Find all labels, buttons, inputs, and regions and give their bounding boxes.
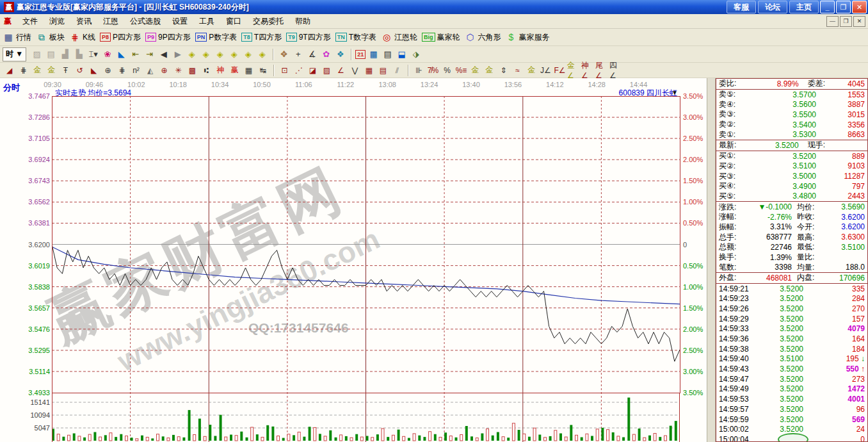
tool-jangle-icon[interactable]: J∠ [539, 64, 552, 77]
color-chart-icon[interactable]: ◣ [115, 48, 128, 61]
period-mode-button[interactable]: 时 ▼ [3, 47, 26, 61]
tool-goldc2-icon[interactable]: 金 [483, 64, 496, 77]
mdi-close-button[interactable]: ✕ [853, 16, 865, 27]
hexagon-button[interactable]: ⬡六角形 [465, 31, 501, 43]
intraday-chart[interactable]: 分时 实时走势 均价=3.5694 600839 四川长虹 ▼ 赢家财富网 ww… [0, 78, 707, 442]
tool-box-icon[interactable]: ⊡ [278, 64, 291, 77]
tool-pct-icon[interactable]: % [440, 64, 454, 77]
sell-level-row[interactable]: 卖④:3.56003887 [716, 99, 867, 110]
sell-level-row[interactable]: 卖①:3.53008663 [716, 129, 867, 140]
menu-窗口[interactable]: 窗口 [220, 15, 247, 28]
chart-panel-splitter[interactable] [707, 78, 716, 442]
tool-star-icon[interactable]: ✳ [172, 64, 185, 77]
tool-spiral-icon[interactable]: ↺ [73, 64, 86, 77]
gann-knot-icon[interactable]: ❀ [100, 48, 114, 61]
tool-circle-icon[interactable]: ⊕ [101, 64, 115, 77]
tool-pct7-icon[interactable]: 7̸% [426, 64, 440, 77]
buy-level-row[interactable]: 买⑤:3.48002443 [716, 192, 867, 202]
gann-diamond-6-icon[interactable]: ◈ [255, 48, 269, 61]
crosshair-icon[interactable]: + [291, 48, 305, 61]
titlebar-button-1[interactable]: 论坛 [758, 1, 787, 13]
gann-diamond-2-icon[interactable]: ◈ [199, 48, 213, 61]
tick-row[interactable]: 14:59:36 3.5200 164 [716, 334, 867, 344]
tool-gold1-icon[interactable]: 金 [31, 64, 44, 77]
tick-row[interactable]: 14:59:49 3.5200 1472 [716, 384, 867, 395]
calendar-icon[interactable]: 21 [355, 50, 366, 59]
export-icon[interactable]: ⬗ [409, 48, 422, 61]
bars9-icon[interactable]: ▙ [72, 48, 86, 61]
tool-goldc3-icon[interactable]: 金 [525, 64, 538, 77]
tick-row[interactable]: 14:59:38 3.5200 184 [716, 344, 867, 354]
minimize-button[interactable]: _ [820, 1, 835, 13]
list-view-icon[interactable]: ▤ [44, 48, 58, 61]
tool-levels-icon[interactable]: ⊪ [412, 64, 426, 77]
tool-sangle-icon[interactable]: 神∠ [581, 64, 595, 77]
tool-fan-icon[interactable]: ⋰ [292, 64, 305, 77]
gann-flower-icon[interactable]: ✿ [319, 48, 333, 61]
gann-wheel-button[interactable]: ◎江恩轮 [381, 31, 417, 43]
zoom-box-icon[interactable]: ▨ [30, 48, 44, 61]
tool-gangle-icon[interactable]: 金∠ [567, 64, 581, 77]
tool-updown-icon[interactable]: ⇕ [497, 64, 510, 77]
tool-fibo-icon[interactable]: Ŧ [59, 64, 72, 77]
menu-交易委托[interactable]: 交易委托 [247, 15, 289, 28]
brain-map-icon[interactable]: ❖ [334, 48, 347, 61]
prev-icon[interactable]: ◀ [157, 48, 170, 61]
first-page-icon[interactable]: ⇤ [129, 48, 142, 61]
menu-设置[interactable]: 设置 [166, 15, 193, 28]
tool-pen-icon[interactable]: ◢ [3, 64, 16, 77]
mdi-restore-button[interactable]: ❐ [840, 16, 852, 27]
tool-angle-icon[interactable]: ◭ [143, 64, 157, 77]
tool-table-icon[interactable]: ▦ [242, 64, 255, 77]
tool-target-icon[interactable]: ⊕ [157, 64, 171, 77]
buy-level-row[interactable]: 买④:3.4900797 [716, 181, 867, 192]
winner-wheel-button[interactable]: Big赢家轮 [422, 32, 460, 43]
buy-level-row[interactable]: 买②:3.51009103 [716, 161, 867, 172]
close-button[interactable]: ✕ [852, 1, 867, 13]
p-square-button[interactable]: P8P四方形 [100, 32, 141, 43]
pan-hand-icon[interactable]: ✥ [277, 48, 291, 61]
buy-level-row[interactable]: 买③:3.500011287 [716, 171, 867, 181]
sell-level-row[interactable]: 卖③:3.55003015 [716, 110, 867, 120]
gann-diamond-1-icon[interactable]: ◈ [185, 48, 198, 61]
tick-row[interactable]: 14:59:40 3.5100 195 ↓ [716, 354, 867, 364]
tool-4angle-icon[interactable]: 四∠ [609, 64, 623, 77]
tool-fangle-icon[interactable]: F∠ [553, 64, 567, 77]
tool-wedge-icon[interactable]: ◣ [87, 64, 100, 77]
menu-文件[interactable]: 文件 [17, 15, 44, 28]
menu-帮助[interactable]: 帮助 [289, 15, 316, 28]
restore-button[interactable]: ❐ [836, 1, 851, 13]
tick-row[interactable]: 14:59:47 3.5200 273 [716, 374, 867, 384]
tool-angle2-icon[interactable]: ∠ [334, 64, 348, 77]
tick-row[interactable]: 14:59:53 3.5200 4001 [716, 394, 867, 404]
9p-square-button[interactable]: P99P四方形 [145, 32, 191, 43]
tool-n2-icon[interactable]: n² [129, 64, 143, 77]
tool-wave-icon[interactable]: ⑆ [200, 64, 213, 77]
sell-level-row[interactable]: 卖⑤:3.57001553 [716, 90, 867, 100]
tool-ruler-icon[interactable]: ⋕ [115, 64, 129, 77]
tick-row[interactable]: 14:59:33 3.5200 4079 [716, 324, 867, 334]
menu-江恩[interactable]: 江恩 [97, 15, 124, 28]
tool-v-icon[interactable]: ⋁ [348, 64, 362, 77]
sell-level-row[interactable]: 卖②:3.54003356 [716, 120, 867, 130]
save-icon[interactable]: ⬓ [395, 48, 408, 61]
tool-wave2-icon[interactable]: ≈ [511, 64, 524, 77]
tick-row[interactable]: 14:59:21 3.5200 335 [716, 284, 867, 294]
tick-row[interactable]: 14:59:29 3.5200 157 [716, 314, 867, 324]
menu-公式选股[interactable]: 公式选股 [124, 15, 166, 28]
gann-diamond-4-icon[interactable]: ◈ [227, 48, 241, 61]
kline-button[interactable]: ⋕K线 [69, 31, 95, 43]
tick-row[interactable]: 14:59:57 3.5200 96 [716, 404, 867, 414]
bars3-icon[interactable]: ▟ [58, 48, 72, 61]
tool-goldc1-icon[interactable]: 金 [469, 64, 482, 77]
report-icon[interactable]: ▤ [381, 48, 394, 61]
tool-hatch-icon[interactable]: ▨ [320, 64, 334, 77]
t-table-button[interactable]: TNT数字表 [335, 32, 376, 43]
tick-row[interactable]: 14:59:59 3.5200 569 [716, 414, 867, 425]
gann-diamond-3-icon[interactable]: ◈ [213, 48, 227, 61]
tick-row[interactable]: 14:59:43 3.5200 550 ↑ [716, 364, 867, 374]
menu-资讯[interactable]: 资讯 [70, 15, 97, 28]
titlebar-button-0[interactable]: 客服 [727, 1, 756, 13]
tick-row[interactable]: 14:59:26 3.5200 270 [716, 304, 867, 314]
9t-square-button[interactable]: T99T四方形 [286, 32, 331, 43]
